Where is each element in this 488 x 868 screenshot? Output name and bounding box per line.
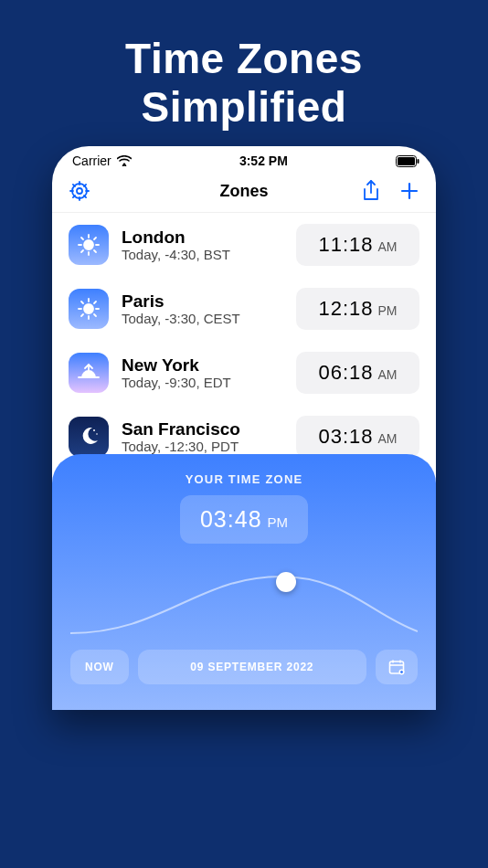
zone-city: Paris	[122, 291, 283, 312]
zone-subtitle: Today, -3:30, CEST	[122, 311, 283, 326]
zone-city: New York	[122, 355, 283, 376]
svg-line-31	[94, 314, 96, 316]
carrier-label: Carrier	[72, 153, 111, 168]
zone-time: 03:18	[318, 425, 373, 449]
zone-list: London Today, -4:30, BST 11:18 AM Paris …	[52, 213, 436, 461]
time-scrubber[interactable]	[70, 560, 418, 642]
svg-line-33	[94, 302, 96, 303]
svg-line-32	[81, 314, 83, 316]
svg-point-36	[93, 429, 95, 431]
share-icon	[361, 179, 381, 203]
sunrise-icon	[69, 353, 109, 393]
add-button[interactable]	[399, 181, 419, 201]
zone-row[interactable]: New York Today, -9:30, EDT 06:18 AM	[52, 341, 436, 405]
your-tz-ampm: PM	[268, 514, 289, 530]
calendar-button[interactable]	[376, 650, 418, 684]
svg-line-22	[94, 250, 96, 252]
svg-line-21	[81, 238, 83, 239]
zone-subtitle: Today, -4:30, BST	[122, 247, 283, 262]
zone-row[interactable]: London Today, -4:30, BST 11:18 AM	[52, 213, 436, 277]
sun-icon	[69, 289, 109, 329]
svg-rect-2	[398, 157, 415, 165]
calendar-icon	[388, 659, 405, 675]
hero-line2: Simplified	[0, 83, 488, 132]
zone-ampm: PM	[378, 303, 398, 318]
hero-line1: Time Zones	[0, 35, 488, 83]
zone-time: 12:18	[318, 297, 373, 321]
your-tz-label: YOUR TIME ZONE	[70, 472, 418, 486]
zone-subtitle: Today, -12:30, PDT	[122, 439, 283, 454]
zone-subtitle: Today, -9:30, EDT	[122, 375, 283, 390]
date-button[interactable]: 09 SEPTEMBER 2022	[138, 650, 366, 684]
now-button[interactable]: NOW	[70, 650, 129, 684]
status-left: Carrier	[72, 153, 132, 168]
zone-row[interactable]: San Francisco Today, -12:30, PDT 03:18 A…	[52, 405, 436, 461]
zone-time-badge: 03:18 AM	[296, 416, 419, 458]
your-tz-time-badge: 03:48 PM	[180, 495, 308, 544]
phone-frame: Carrier 3:52 PM	[52, 146, 436, 710]
svg-line-30	[81, 302, 83, 303]
svg-point-25	[84, 304, 93, 313]
zone-ampm: AM	[378, 239, 398, 254]
zone-row[interactable]: Paris Today, -3:30, CEST 12:18 PM	[52, 277, 436, 341]
scrubber-knob[interactable]	[276, 572, 296, 592]
your-timezone-panel: YOUR TIME ZONE 03:48 PM NOW 09 SEPTEMBER…	[52, 454, 436, 710]
svg-point-37	[96, 433, 98, 435]
status-right	[396, 155, 419, 167]
zone-time-badge: 12:18 PM	[296, 288, 419, 330]
gear-icon	[69, 180, 90, 202]
zone-time-badge: 11:18 AM	[296, 224, 419, 266]
nav-bar: Zones	[52, 172, 436, 213]
svg-point-16	[84, 240, 93, 249]
plus-icon	[399, 181, 419, 201]
svg-point-5	[77, 188, 82, 194]
zone-time: 11:18	[318, 233, 373, 257]
your-tz-time: 03:48	[200, 506, 262, 533]
zone-time-badge: 06:18 AM	[296, 352, 419, 394]
svg-line-24	[94, 238, 96, 239]
page-title: Zones	[219, 182, 268, 201]
svg-line-23	[81, 250, 83, 252]
battery-icon	[396, 155, 419, 167]
wifi-icon	[117, 155, 132, 166]
zone-ampm: AM	[378, 367, 398, 382]
zone-time: 06:18	[318, 361, 373, 385]
zone-city: London	[122, 228, 283, 248]
zone-city: San Francisco	[122, 419, 283, 439]
status-time: 3:52 PM	[239, 153, 288, 168]
sun-icon	[69, 225, 109, 265]
svg-point-0	[122, 164, 125, 166]
settings-button[interactable]	[69, 180, 90, 202]
moon-icon	[69, 417, 109, 457]
zone-ampm: AM	[378, 431, 398, 446]
svg-rect-3	[417, 159, 419, 164]
share-button[interactable]	[361, 179, 381, 203]
hero-title: Time Zones Simplified	[0, 0, 488, 132]
status-bar: Carrier 3:52 PM	[52, 146, 436, 172]
